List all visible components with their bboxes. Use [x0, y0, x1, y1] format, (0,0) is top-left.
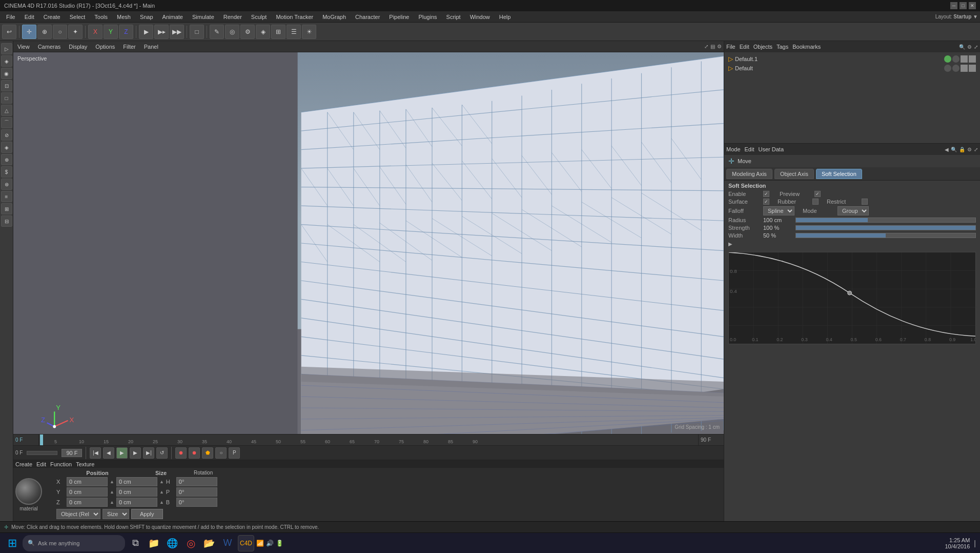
om-settings-icon[interactable]: ⚙ — [967, 44, 972, 50]
yaxis-button[interactable]: Y — [104, 25, 118, 39]
attr-menu-mode[interactable]: Mode — [726, 146, 741, 152]
sidebar-cube-tool[interactable]: □ — [1, 92, 12, 104]
preview-button[interactable]: P — [229, 447, 240, 459]
cinema4d-button[interactable]: C4D — [238, 535, 254, 551]
tab-soft-selection[interactable]: Soft Selection — [816, 169, 862, 179]
apply-button[interactable]: Apply — [131, 509, 163, 519]
tab-modeling-axis[interactable]: Modeling Axis — [726, 169, 772, 179]
task-view-button[interactable]: ⧉ — [127, 535, 144, 551]
rotation-h-input[interactable] — [176, 477, 217, 486]
position-y-input[interactable] — [67, 487, 108, 497]
size-dropdown[interactable]: Size — [103, 509, 129, 519]
bp-menu-function[interactable]: Function — [50, 461, 72, 467]
edge-browser-button[interactable]: 🌐 — [164, 535, 180, 551]
sidebar-tool-7[interactable]: ⌒ — [1, 117, 12, 128]
sweep-button[interactable]: ◈ — [256, 25, 270, 39]
material-item[interactable]: material — [15, 478, 42, 511]
file-explorer-button[interactable]: 📁 — [146, 535, 162, 551]
rotate-tool-button[interactable]: ○ — [53, 25, 67, 39]
motion-ctrl-4[interactable] — [969, 65, 976, 72]
undo-button[interactable]: ↩ — [2, 25, 16, 39]
menu-animate[interactable]: Animate — [158, 13, 187, 21]
grid-button[interactable]: ⊞ — [271, 25, 285, 39]
goto-end-button[interactable]: ▶| — [143, 447, 154, 459]
attr-menu-edit[interactable]: Edit — [745, 146, 754, 152]
object-rel-dropdown[interactable]: Object (Rel — [56, 509, 100, 519]
position-x-input[interactable] — [67, 477, 108, 486]
om-menu-file[interactable]: File — [726, 44, 736, 50]
render-region-button[interactable]: ▶▸ — [154, 25, 169, 39]
sidebar-tool-13[interactable]: ≡ — [1, 191, 12, 202]
rubber-checkbox[interactable] — [812, 199, 819, 205]
falloff-dropdown[interactable]: Spline — [763, 206, 794, 215]
preview-checkbox[interactable] — [814, 191, 821, 197]
restrict-checkbox[interactable] — [862, 199, 868, 205]
size-z-input[interactable] — [116, 498, 157, 507]
visibility-render-ctrl-2[interactable] — [952, 65, 959, 72]
menu-motiontracker[interactable]: Motion Tracker — [272, 13, 317, 21]
sidebar-tool-10[interactable]: ⊕ — [1, 154, 12, 165]
light-button[interactable]: ☀ — [302, 25, 316, 39]
om-menu-edit[interactable]: Edit — [740, 44, 749, 50]
curve-handle[interactable]: ▶ — [728, 240, 976, 248]
width-slider[interactable] — [795, 233, 976, 238]
om-menu-bookmarks[interactable]: Bookmarks — [792, 44, 821, 50]
surface-checkbox[interactable] — [763, 199, 769, 205]
menu-mograph[interactable]: MoGraph — [318, 13, 350, 21]
maximize-button[interactable]: □ — [959, 2, 967, 9]
folder-button[interactable]: 📂 — [201, 535, 217, 551]
motion-ctrl-3[interactable] — [961, 65, 968, 72]
menu-script[interactable]: Script — [442, 13, 465, 21]
move-tool-button[interactable]: ✛ — [22, 25, 36, 39]
motion-path-button[interactable]: ○ — [215, 447, 227, 459]
step-forward-button[interactable]: ▶ — [130, 447, 141, 459]
menu-select[interactable]: Select — [66, 13, 90, 21]
search-box[interactable]: 🔍 Ask me anything — [23, 535, 125, 551]
pos-y-up[interactable]: ▲ — [110, 489, 114, 495]
sidebar-model-tool[interactable]: ▷ — [1, 43, 12, 54]
taskbar-network-icon[interactable]: 📶 — [256, 540, 264, 547]
rotation-b-input[interactable] — [176, 498, 217, 507]
record-button[interactable]: ⏺ — [175, 447, 187, 459]
menu-create[interactable]: Create — [39, 13, 65, 21]
attr-menu-userdata[interactable]: User Data — [759, 146, 784, 152]
chrome-button[interactable]: ◎ — [182, 535, 199, 551]
sidebar-paint-tool[interactable]: ◈ — [1, 55, 12, 67]
loop-button[interactable]: ↺ — [156, 447, 168, 459]
sidebar-tool-4[interactable]: ⊡ — [1, 80, 12, 91]
word-button[interactable]: W — [219, 535, 236, 551]
auto-key-button[interactable]: ⏺ — [189, 447, 200, 459]
om-search-icon[interactable]: 🔍 — [959, 44, 965, 50]
pos-x-up[interactable]: ▲ — [110, 479, 114, 484]
attr-settings-icon[interactable]: ⚙ — [967, 147, 972, 152]
goto-start-button[interactable]: |◀ — [90, 447, 101, 459]
start-button[interactable]: ⊞ — [4, 535, 21, 551]
rotation-p-input[interactable] — [176, 487, 217, 497]
xaxis-button[interactable]: X — [88, 25, 103, 39]
step-back-button[interactable]: ◀ — [103, 447, 114, 459]
strength-slider[interactable] — [795, 225, 976, 230]
show-desktop-button[interactable]: | — [974, 539, 976, 547]
sidebar-tool-8[interactable]: ⊘ — [1, 129, 12, 141]
bp-menu-create[interactable]: Create — [15, 461, 32, 467]
visibility-render-ctrl-1[interactable] — [952, 55, 959, 63]
tab-object-axis[interactable]: Object Axis — [774, 169, 814, 179]
vp-menu-panel[interactable]: Panel — [142, 44, 160, 50]
sidebar-tool-11[interactable]: $ — [1, 166, 12, 177]
attr-back-icon[interactable]: ◀ — [945, 147, 949, 152]
object-item-default1[interactable]: ▷ Default.1 — [726, 54, 978, 64]
menu-snap[interactable]: Snap — [136, 13, 157, 21]
menu-tools[interactable]: Tools — [90, 13, 112, 21]
sidebar-tool-14[interactable]: ⊞ — [1, 203, 12, 214]
timeline-ruler[interactable]: 5 10 15 20 25 30 35 40 45 50 55 60 65 70… — [39, 434, 698, 445]
curve-graph[interactable]: 0.8 0.4 0.0 0.1 0.2 0.3 0.4 0.5 0.6 0.7 … — [728, 252, 976, 344]
menu-edit[interactable]: Edit — [21, 13, 38, 21]
attr-lock-icon[interactable]: 🔒 — [959, 147, 965, 152]
pencil-button[interactable]: ✎ — [210, 25, 224, 39]
gear-tool-button[interactable]: ⚙ — [240, 25, 255, 39]
menu-character[interactable]: Character — [351, 13, 384, 21]
taskbar-battery-icon[interactable]: 🔋 — [276, 540, 283, 547]
om-menu-objects[interactable]: Objects — [753, 44, 772, 50]
pos-z-up[interactable]: ▲ — [110, 500, 114, 505]
viewport-3d[interactable]: Perspective — [13, 52, 724, 434]
